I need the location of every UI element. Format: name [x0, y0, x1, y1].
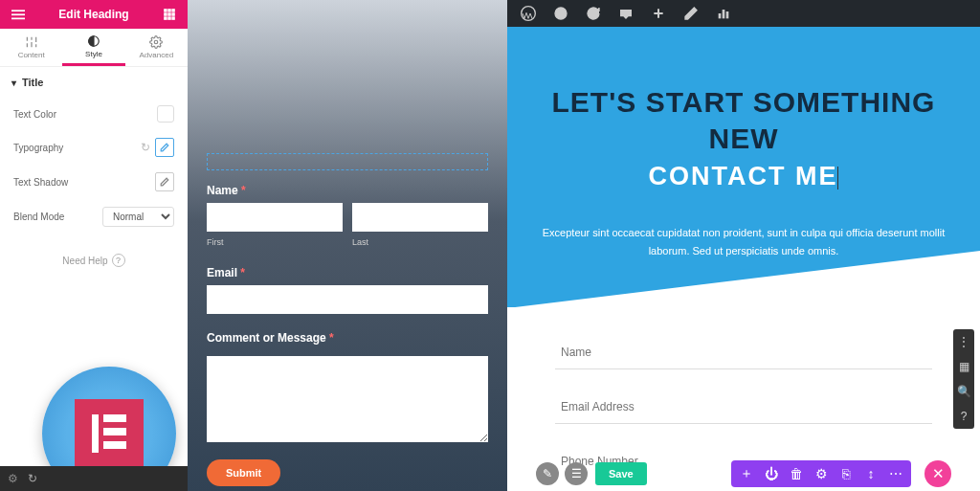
last-name-input[interactable]	[352, 203, 488, 232]
svg-rect-18	[726, 11, 729, 18]
text-cursor	[837, 167, 838, 190]
layers-icon[interactable]: ☰	[565, 462, 588, 485]
email-field[interactable]	[555, 391, 932, 424]
elementor-canvas[interactable]: Name * First Last Email * Comment or Mes…	[188, 0, 507, 491]
gear-icon[interactable]: ⚙	[810, 462, 833, 485]
heading-widget[interactable]	[207, 153, 488, 170]
stats-icon[interactable]	[716, 6, 731, 21]
sublabel: Last	[352, 237, 488, 247]
module-toolbar: ＋ ⏻ 🗑 ⚙ ⎘ ↕ ⋯	[731, 460, 911, 487]
builder-bottom-bar: ✎ ☰ Save ＋ ⏻ 🗑 ⚙ ⎘ ↕ ⋯ ✕	[507, 460, 980, 487]
plus-icon[interactable]	[651, 6, 666, 21]
color-picker-button[interactable]	[157, 105, 174, 123]
diagonal-divider	[507, 251, 980, 308]
power-icon[interactable]: ⏻	[760, 462, 783, 485]
more-icon[interactable]: ⋮	[953, 329, 974, 354]
builder-side-toolbar: ⋮ ▦ 🔍 ?	[953, 329, 974, 429]
name-field[interactable]	[555, 336, 932, 369]
subhead[interactable]: CONTACT ME	[649, 162, 839, 191]
apps-icon[interactable]	[161, 6, 178, 23]
sublabel: First	[207, 237, 343, 247]
need-help[interactable]: Need Help?	[0, 234, 188, 286]
svg-point-13	[155, 40, 159, 44]
svg-rect-10	[167, 16, 171, 20]
history-icon[interactable]: ↻	[28, 472, 37, 485]
close-button[interactable]: ✕	[924, 460, 951, 487]
tab-label: Content	[18, 51, 45, 59]
svg-rect-9	[164, 16, 167, 20]
section-label: Title	[22, 77, 43, 88]
control-text-shadow: Text Shadow	[0, 165, 188, 199]
wireframe-icon[interactable]: ▦	[953, 354, 974, 379]
control-text-color: Text Color	[0, 98, 188, 130]
first-name-input[interactable]	[207, 203, 343, 232]
duplicate-icon[interactable]: ⎘	[835, 462, 858, 485]
tab-style[interactable]: Style	[62, 29, 124, 66]
panel-footer: ⚙ ↻	[0, 466, 188, 491]
email-label: Email *	[207, 266, 488, 279]
trash-icon[interactable]: 🗑	[785, 462, 808, 485]
help-label: Need Help	[62, 256, 107, 266]
submit-button[interactable]: Submit	[207, 459, 280, 486]
hero-section: LET'S START SOMETHING NEW CONTACT ME Exc…	[507, 27, 980, 307]
help-icon[interactable]: ?	[953, 404, 974, 429]
tab-advanced[interactable]: Advanced	[125, 29, 188, 66]
control-typography: Typography ↻	[0, 130, 188, 165]
svg-rect-5	[171, 9, 175, 11]
svg-marker-19	[507, 251, 980, 308]
ellipsis-icon[interactable]: ⋯	[884, 462, 907, 485]
svg-rect-4	[167, 9, 171, 11]
caret-icon: ▾	[11, 78, 16, 88]
panel-tabs: Content Style Advanced	[0, 29, 188, 67]
elementor-panel: Edit Heading Content Style Advanced ▾Tit…	[0, 0, 188, 491]
dashboard-icon[interactable]	[553, 6, 568, 21]
svg-rect-11	[171, 16, 175, 20]
email-input[interactable]	[207, 285, 488, 314]
save-button[interactable]: Save	[595, 462, 647, 485]
refresh-icon[interactable]	[586, 6, 601, 21]
svg-rect-2	[11, 18, 25, 20]
svg-rect-7	[167, 12, 171, 16]
menu-icon[interactable]	[10, 6, 27, 23]
globe-icon[interactable]: ↻	[141, 141, 150, 154]
control-label: Blend Mode	[13, 212, 102, 222]
svg-rect-8	[171, 12, 175, 16]
tab-label: Advanced	[140, 51, 174, 59]
wp-logo-icon[interactable]	[521, 6, 536, 21]
help-icon: ?	[112, 254, 125, 267]
edit-icon[interactable]	[683, 6, 699, 21]
svg-rect-16	[719, 13, 722, 18]
control-label: Text Shadow	[13, 177, 155, 188]
name-label: Name *	[207, 184, 488, 197]
comment-textarea[interactable]	[207, 356, 488, 442]
blend-mode-select[interactable]: Normal	[102, 207, 174, 227]
page-settings-icon[interactable]: ✎	[536, 462, 559, 485]
control-blend-mode: Blend Mode Normal	[0, 199, 188, 234]
wp-admin-bar	[507, 0, 980, 27]
svg-rect-6	[164, 12, 167, 16]
comment-icon[interactable]	[618, 6, 634, 21]
move-icon[interactable]: ↕	[859, 462, 882, 485]
tab-label: Style	[85, 50, 102, 58]
tab-content[interactable]: Content	[0, 29, 62, 66]
svg-rect-1	[11, 13, 25, 15]
zoom-icon[interactable]: 🔍	[953, 379, 974, 404]
comment-label: Comment or Message *	[207, 331, 488, 345]
edit-button[interactable]	[155, 138, 174, 157]
wordpress-preview: LET'S START SOMETHING NEW CONTACT ME Exc…	[507, 0, 980, 491]
add-icon[interactable]: ＋	[735, 462, 758, 485]
control-label: Typography	[13, 143, 141, 153]
settings-icon[interactable]: ⚙	[8, 472, 18, 485]
panel-header: Edit Heading	[0, 0, 188, 29]
svg-rect-0	[11, 10, 25, 11]
section-title[interactable]: ▾Title	[0, 67, 188, 98]
svg-rect-17	[723, 10, 725, 18]
svg-rect-3	[164, 9, 167, 11]
headline: LET'S START SOMETHING NEW	[536, 84, 951, 156]
panel-title: Edit Heading	[58, 8, 128, 21]
control-label: Text Color	[13, 109, 157, 120]
edit-button[interactable]	[155, 172, 174, 191]
